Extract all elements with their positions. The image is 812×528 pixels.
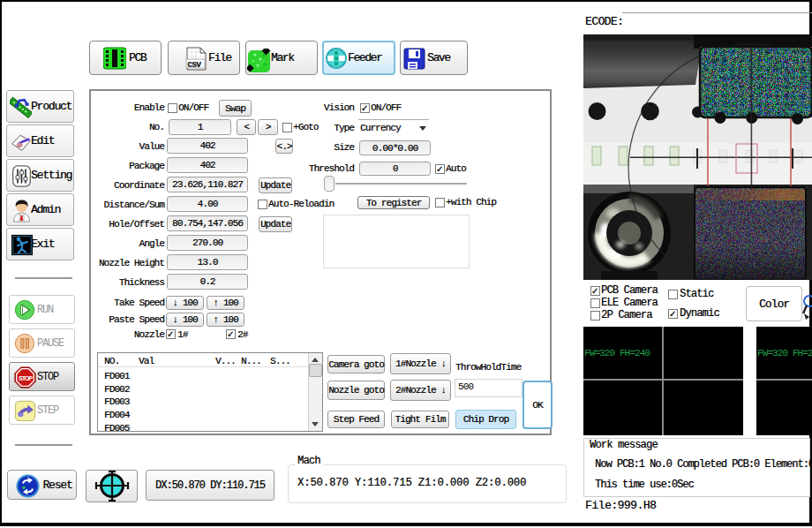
- svg-text:STOP: STOP: [19, 374, 33, 382]
- svg-text:csv: csv: [187, 60, 201, 70]
